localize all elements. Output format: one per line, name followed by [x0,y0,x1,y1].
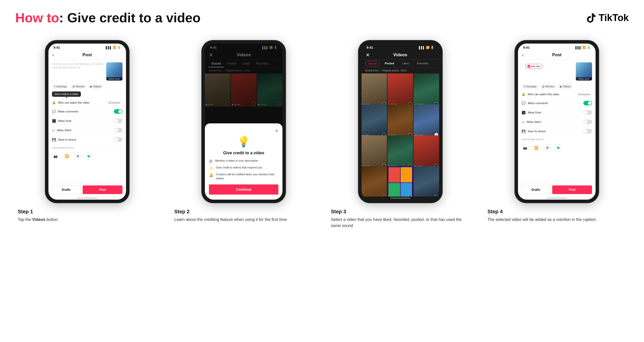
phone-2-screen: 9:41 ▌▌▌ 📶 🔋 ✕ Videos [205,44,282,200]
settings-row-duet-4[interactable]: ⬛ Allow Duet [518,108,596,117]
phone-4: 9:41 ▌▌▌ 📶 🔋 ‹ Post [515,41,599,203]
select-circle-3-12[interactable] [435,195,438,197]
instagram-icon-4[interactable]: 📷 [522,144,529,151]
settings-row-save-1[interactable]: 💾 Save to device [48,135,126,144]
twitter-icon-4[interactable]: 🐦 [555,144,562,151]
select-cover-1[interactable]: Select cover [106,77,122,81]
stitch-label-1: Allow Stitch [57,129,71,132]
continue-button-2[interactable]: Continue [209,184,278,195]
settings-row-save-4[interactable]: 💾 Save to device [518,127,596,136]
stitch-icon-1: ▭ [52,128,55,132]
settings-row-stitch-4[interactable]: ▭ Allow Stitch [518,117,596,127]
sound-from-3: Sound from: ♪ Original sound - Chris [362,68,439,73]
save-icon-1: 💾 [52,138,56,142]
toggle-save-1[interactable] [114,137,122,142]
step-4-label: Step 4 The selected video will be added … [485,209,629,223]
duet-label-4: Allow Duet [528,111,541,114]
mention-tag-1[interactable]: @ Mention [70,84,87,89]
video-thumb-3-9[interactable]: ▶22.2K [414,135,439,168]
close-button-3[interactable]: ✕ [366,52,370,58]
watch-value-4: Everyone › [578,93,592,96]
toggle-stitch-4[interactable] [583,120,592,124]
toggle-duet-1[interactable] [114,119,122,123]
save-label-1: Save to device [58,138,76,141]
video-grid-3: ▶83.8K ▶183.8K ▶783.8K ▶3.8K [362,73,439,197]
bottom-bar-1: Drafts Post [48,183,126,197]
tiktok-logo-text: TikTok [599,12,629,23]
settings-row-watch-1[interactable]: 🔒 Who can watch this video Everyone › [48,98,126,107]
repost-icon-1[interactable]: 🔁 [63,153,70,160]
status-time-3: 9:41 [367,46,373,49]
tab-favorites-3[interactable]: Favorites [414,61,432,66]
home-indicator-1 [77,198,97,199]
settings-label-comments-4: 💬 Allow comments [522,101,548,105]
tab-liked-3[interactable]: Liked [399,61,412,66]
video-thumb-3-10[interactable] [362,166,387,197]
hashtags-tag-4[interactable]: # Hashtags [522,84,539,89]
repost-icon-4[interactable]: 🔁 [533,144,540,151]
status-icons-1: ▌▌▌ 📶 🔋 [106,46,121,49]
step-4-desc: The selected video will be added as a me… [488,217,627,223]
phone-4-screen: 9:41 ▌▌▌ 📶 🔋 ‹ Post [518,44,596,200]
step-3-desc: Select a video that you have liked, favo… [331,217,470,229]
settings-row-duet-1[interactable]: ⬛ Allow Duet [48,116,126,126]
step-2-label: Step 2 Learn about the crediting feature… [172,209,316,223]
settings-row-comments-4[interactable]: 💬 Allow comments [518,99,596,108]
video-thumb-3-2[interactable]: ▶183.8K [387,73,413,107]
battery-icon: 🔋 [117,46,121,49]
toggle-duet-4[interactable] [583,110,592,115]
snapchat-icon-1[interactable]: 👻 [74,153,81,160]
comments-icon-4: 💬 [522,101,526,105]
twitter-icon-1[interactable]: 🐦 [85,153,93,160]
video-thumb-3-11[interactable] [387,166,413,197]
step-4-col: 9:41 ▌▌▌ 📶 🔋 ‹ Post [485,41,629,229]
settings-row-comments-1[interactable]: 💬 Allow comments [48,107,126,116]
video-thumb-3-3[interactable]: ▶783.8K [414,73,439,107]
post-tags-1: # Hashtags @ Mention ▶ Videos [48,83,126,90]
lock-icon-1: 🔒 [52,101,56,104]
toggle-comments-4[interactable] [583,101,592,105]
auto-share-label-4: Automatically share to: [518,136,596,143]
hashtags-tag-1[interactable]: # Hashtags [52,84,69,89]
back-button-4[interactable]: ‹ [522,52,524,58]
video-thumb-3-5[interactable]: ▶23.2K [387,104,413,138]
toggle-save-4[interactable] [583,129,592,134]
video-thumb-3-7[interactable]: ▶12.4K [362,135,387,168]
video-thumb-3-1[interactable]: ▶83.8K [362,73,387,107]
phone-1-frame: 9:41 ▌▌▌ 📶 🔋 ‹ Post [45,41,129,203]
select-cover-4[interactable]: Select cover [576,77,592,81]
toggle-comments-1[interactable] [114,109,122,114]
videos-tag-1[interactable]: ▶ Videos [88,84,103,89]
tab-posted-3[interactable]: Posted [382,61,397,66]
share-icons-4: 📷 🔁 👻 🐦 [518,143,596,153]
settings-label-comments-1: 💬 Allow comments [52,110,78,113]
snapchat-icon-4[interactable]: 👻 [544,144,551,151]
modal-feature-2-2: ✨ Give credit to videos that inspired yo… [209,166,278,170]
mention-badge-4[interactable]: ▶ john.doe [525,64,542,69]
step-1-title: Step 1 [18,209,157,215]
modal-feature-1-2: @ Mention a video in your description [209,159,278,163]
video-thumb-3-8[interactable]: ▶33.1K [387,135,413,168]
video-thumb-3-12[interactable] [414,166,439,197]
mention-tag-4[interactable]: @ Mention [540,84,557,89]
post-button-1[interactable]: Post [83,185,122,194]
drafts-button-4[interactable]: Drafts [522,185,550,194]
post-description-1: Describe your post, add hashtags, or men… [52,62,104,69]
select-circle-3-10[interactable] [382,195,386,197]
nav-bar-1: ‹ Post [48,50,126,60]
tab-sound-3[interactable]: Sound [365,61,380,66]
toggle-stitch-1[interactable] [114,128,122,132]
modal-close-btn-2[interactable]: ✕ [275,128,278,133]
drafts-button-1[interactable]: Drafts [52,185,81,194]
videos-tag-4[interactable]: ▶ Videos [558,84,573,89]
instagram-icon-1[interactable]: 📷 [52,153,59,160]
settings-row-stitch-1[interactable]: ▭ Allow Stitch [48,126,126,135]
phone-2: 9:41 ▌▌▌ 📶 🔋 ✕ Videos [202,41,285,203]
video-thumb-3-6[interactable]: ▶88.38K [414,104,439,138]
modal-feature-text-3-2: Creators will be notified when you menti… [216,173,278,180]
status-icons-3: ▌▌▌ 📶 🔋 [419,46,434,49]
post-button-4[interactable]: Post [552,185,592,194]
video-thumb-3-4[interactable]: ▶3.8K [362,104,387,138]
settings-row-watch-4[interactable]: 🔒 Who can watch this video Everyone › [518,90,596,99]
back-button-1[interactable]: ‹ [52,52,54,58]
